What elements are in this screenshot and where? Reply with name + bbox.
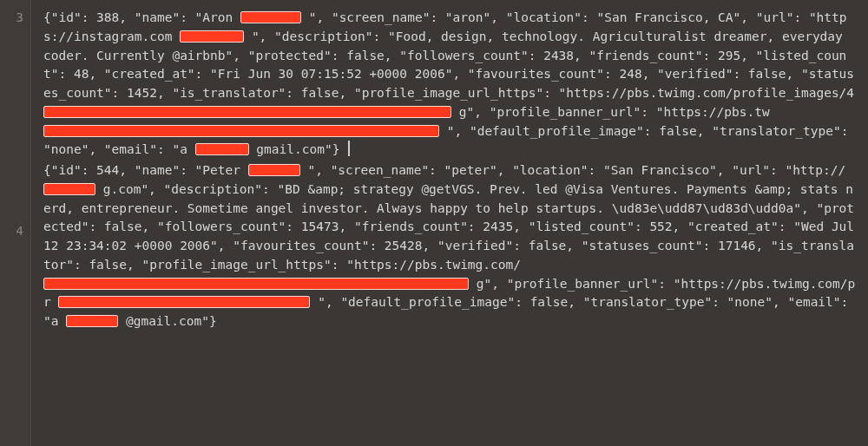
code-area[interactable]: {"id": 388, "name": "Aron ", "screen_nam…	[31, 0, 868, 446]
redaction-box	[66, 315, 118, 327]
code-line: {"id": 388, "name": "Aron ", "screen_nam…	[43, 9, 858, 160]
code-text: {"id": 544, "name": "Peter	[43, 163, 248, 177]
redaction-box	[43, 278, 469, 290]
redaction-box	[58, 296, 310, 308]
code-text: {"id": 388, "name": "Aron	[43, 10, 240, 24]
line-number-gutter: 3 4	[0, 0, 31, 446]
line-number: 3	[0, 9, 23, 222]
redaction-box	[240, 11, 301, 23]
code-text: g", "profile_banner_url": "https://pbs.t…	[459, 105, 770, 119]
line-number: 4	[0, 222, 23, 335]
redaction-box	[43, 106, 451, 118]
redaction-box	[43, 125, 439, 137]
redaction-box	[43, 183, 95, 195]
text-cursor	[348, 141, 350, 156]
code-text: gmail.com"}	[256, 142, 339, 156]
redaction-box	[180, 30, 244, 43]
code-text: ", "screen_name": "peter", "location": "…	[307, 163, 845, 177]
code-editor: 3 4 {"id": 388, "name": "Aron ", "screen…	[0, 0, 868, 446]
redaction-box	[195, 143, 249, 155]
code-text: @gmail.com"}	[126, 314, 217, 328]
redaction-box	[248, 164, 300, 176]
code-text: g.com", "description": "BD &amp; strateg…	[43, 182, 854, 272]
code-line: {"id": 544, "name": "Peter ", "screen_na…	[43, 161, 858, 331]
